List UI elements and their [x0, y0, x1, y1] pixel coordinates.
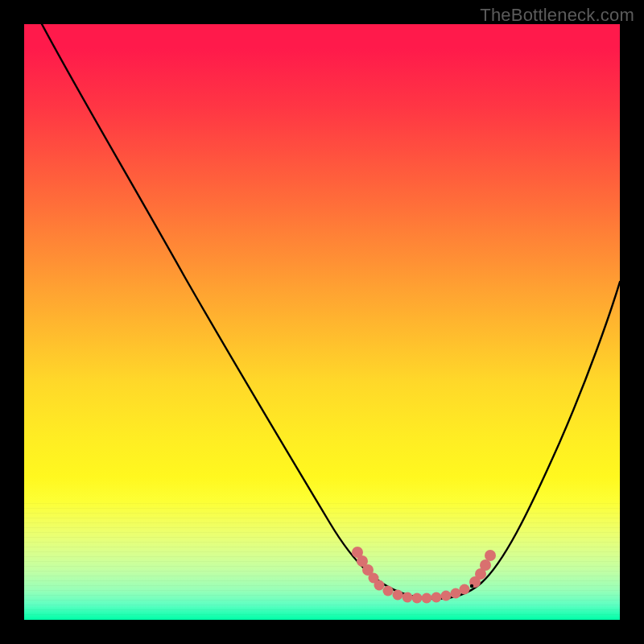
- svg-point-4: [374, 580, 385, 591]
- watermark-text: TheBottleneck.com: [480, 5, 634, 26]
- svg-point-8: [412, 593, 423, 604]
- svg-point-7: [402, 592, 413, 603]
- chart-frame: TheBottleneck.com: [0, 0, 644, 644]
- svg-point-9: [422, 593, 432, 604]
- curve-layer: [24, 24, 620, 620]
- svg-point-16: [480, 559, 491, 571]
- sweet-spot-marker: [352, 547, 496, 604]
- svg-point-18: [470, 584, 473, 588]
- svg-point-13: [460, 584, 470, 595]
- bottleneck-curve: [42, 24, 620, 599]
- svg-point-17: [485, 550, 496, 561]
- svg-point-6: [393, 590, 403, 601]
- svg-point-5: [383, 586, 394, 597]
- svg-point-10: [431, 592, 442, 603]
- plot-area: [24, 24, 620, 620]
- svg-point-11: [441, 591, 452, 601]
